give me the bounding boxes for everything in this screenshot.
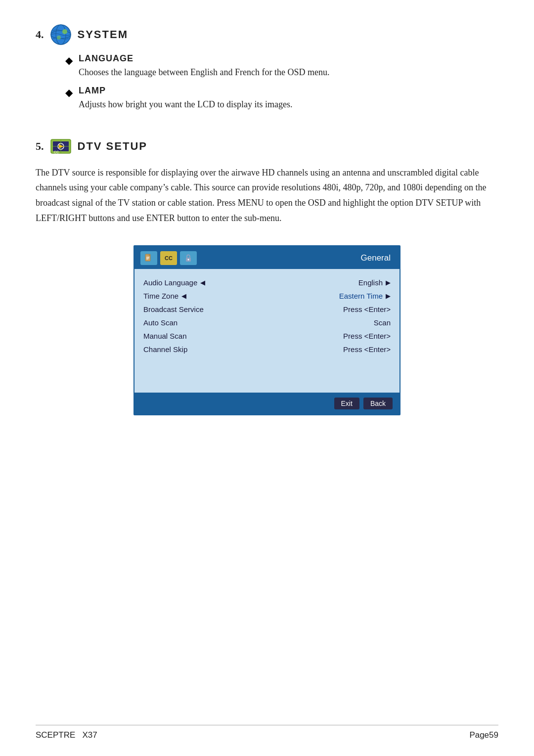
osd-back-button[interactable]: Back bbox=[363, 398, 393, 409]
footer-brand-name: SCEPTRE bbox=[36, 730, 75, 740]
osd-left-arrow-audio: ◀ bbox=[200, 279, 205, 286]
osd-label-auto-scan: Auto Scan bbox=[143, 318, 178, 327]
osd-left-arrow-time: ◀ bbox=[181, 292, 186, 300]
osd-icon-row: CC bbox=[140, 251, 197, 265]
section-5-title: DTV SETUP bbox=[78, 140, 147, 153]
osd-row-manual-scan: Manual Scan Press <Enter> bbox=[143, 329, 391, 343]
osd-row-manual-scan-left: Manual Scan bbox=[143, 332, 242, 340]
osd-icon-file bbox=[140, 251, 157, 265]
diamond-bullet-lamp: ◆ bbox=[65, 87, 73, 98]
osd-value-manual-scan: Press <Enter> bbox=[343, 332, 391, 340]
osd-label-channel-skip: Channel Skip bbox=[143, 345, 187, 354]
dtv-icon: CC bbox=[50, 135, 72, 157]
section-5-header: 5. CC DTV SETUP bbox=[36, 135, 498, 157]
section-5: 5. CC DTV SETUP The DTV source is respon… bbox=[36, 135, 498, 415]
osd-row-audio-language-right: English ▶ bbox=[302, 278, 391, 287]
osd-row-auto-scan: Auto Scan Scan bbox=[143, 316, 391, 329]
osd-row-time-zone: Time Zone ◀ Eastern Time ▶ bbox=[143, 289, 391, 303]
bullet-language-content: LANGUAGE Chooses the language between En… bbox=[79, 53, 329, 80]
osd-row-channel-skip-right: Press <Enter> bbox=[302, 345, 391, 354]
osd-label-audio-language: Audio Language bbox=[143, 278, 197, 287]
osd-row-audio-language-left: Audio Language ◀ bbox=[143, 278, 242, 287]
osd-row-audio-language: Audio Language ◀ English ▶ bbox=[143, 276, 391, 289]
osd-row-time-zone-right: Eastern Time ▶ bbox=[302, 292, 391, 300]
globe-icon bbox=[50, 24, 72, 45]
osd-row-channel-skip-left: Channel Skip bbox=[143, 345, 242, 354]
osd-value-time-zone: Eastern Time bbox=[339, 292, 383, 300]
bullet-lamp-desc: Adjusts how bright you want the LCD to d… bbox=[79, 98, 292, 112]
section-4-bullets: ◆ LANGUAGE Chooses the language between … bbox=[65, 53, 498, 112]
bullet-lamp: ◆ LAMP Adjusts how bright you want the L… bbox=[65, 86, 498, 112]
page-footer: SCEPTRE X37 Page59 bbox=[36, 725, 498, 740]
svg-point-3 bbox=[62, 29, 67, 34]
section-4-title: SYSTEM bbox=[78, 28, 128, 41]
osd-header: CC General bbox=[134, 246, 400, 269]
osd-value-auto-scan: Scan bbox=[374, 318, 391, 327]
osd-label-manual-scan: Manual Scan bbox=[143, 332, 187, 340]
osd-value-channel-skip: Press <Enter> bbox=[343, 345, 391, 354]
bullet-language-desc: Chooses the language between English and… bbox=[79, 66, 329, 80]
osd-row-time-zone-left: Time Zone ◀ bbox=[143, 292, 242, 300]
svg-text:CC: CC bbox=[54, 150, 59, 154]
section-4-header: 4. SYSTEM bbox=[36, 24, 498, 45]
osd-footer: Exit Back bbox=[134, 393, 400, 414]
osd-body: Audio Language ◀ English ▶ Time Zone ◀ bbox=[134, 269, 400, 393]
file-icon bbox=[144, 253, 154, 263]
osd-icon-lock bbox=[180, 251, 197, 265]
section-5-number: 5. bbox=[36, 140, 44, 153]
lock-icon bbox=[183, 253, 193, 263]
osd-right-arrow-time: ▶ bbox=[386, 292, 391, 300]
osd-right-arrow-audio: ▶ bbox=[386, 279, 391, 286]
osd-row-auto-scan-left: Auto Scan bbox=[143, 318, 242, 327]
diamond-bullet-language: ◆ bbox=[65, 54, 73, 66]
osd-empty-space bbox=[143, 356, 391, 386]
osd-row-broadcast-service-right: Press <Enter> bbox=[302, 305, 391, 313]
bullet-lamp-label: LAMP bbox=[79, 86, 292, 96]
osd-value-audio-language: English bbox=[358, 278, 383, 287]
osd-tab-label: General bbox=[361, 253, 391, 263]
osd-row-broadcast-service-left: Broadcast Service bbox=[143, 305, 242, 313]
bullet-language-label: LANGUAGE bbox=[79, 53, 329, 64]
osd-icon-cc: CC bbox=[160, 251, 177, 265]
osd-label-time-zone: Time Zone bbox=[143, 292, 178, 300]
osd-row-auto-scan-right: Scan bbox=[302, 318, 391, 327]
osd-value-broadcast-service: Press <Enter> bbox=[343, 305, 391, 313]
svg-point-4 bbox=[57, 36, 61, 40]
footer-brand: SCEPTRE X37 bbox=[36, 730, 97, 740]
section-5-body: The DTV source is responsible for displa… bbox=[36, 165, 498, 225]
osd-row-manual-scan-right: Press <Enter> bbox=[302, 332, 391, 340]
bullet-language: ◆ LANGUAGE Chooses the language between … bbox=[65, 53, 498, 80]
osd-exit-button[interactable]: Exit bbox=[334, 398, 359, 409]
osd-row-channel-skip: Channel Skip Press <Enter> bbox=[143, 343, 391, 356]
section-4-number: 4. bbox=[36, 28, 44, 41]
osd-label-broadcast-service: Broadcast Service bbox=[143, 305, 204, 313]
footer-page: Page59 bbox=[469, 730, 498, 740]
osd-row-broadcast-service: Broadcast Service Press <Enter> bbox=[143, 303, 391, 316]
osd-container: CC General bbox=[36, 245, 498, 415]
svg-point-18 bbox=[188, 259, 189, 261]
section-4: 4. SYSTEM ◆ LANGUAGE Chooses the languag… bbox=[36, 24, 498, 112]
bullet-lamp-content: LAMP Adjusts how bright you want the LCD… bbox=[79, 86, 292, 112]
osd-box: CC General bbox=[134, 245, 400, 415]
footer-model: X37 bbox=[82, 730, 97, 740]
